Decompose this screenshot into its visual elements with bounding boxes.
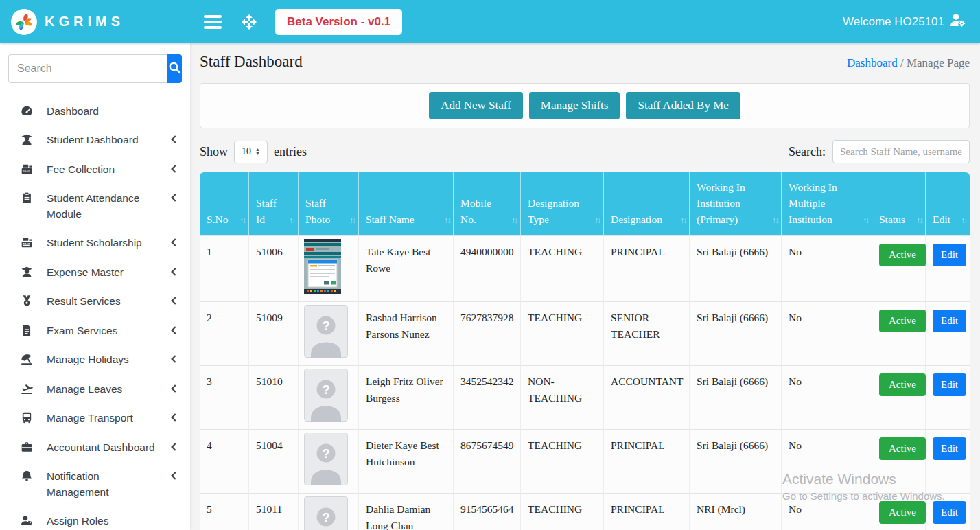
entries-label: entries [274,145,307,159]
column-header-staff-id[interactable]: Staff Id↑↓ [249,172,299,235]
column-header-designation-type[interactable]: Designation Type↑↓ [521,172,604,235]
status-active-button[interactable]: Active [879,373,926,396]
cell-designation-type: TEACHING [521,235,604,302]
edit-button[interactable]: Edit [933,310,966,332]
brand[interactable]: KGRIMS [0,9,190,35]
cell-staff-photo: ? [299,366,359,430]
cell-institution-primary: NRI (Mrcl) [690,494,782,530]
column-header-mobile-no-[interactable]: Mobile No.↑↓ [454,172,521,235]
sidebar-item-student-attendance-module[interactable]: Student Attendance Module [0,184,190,229]
cell-institution-primary: Sri Balaji (6666) [690,302,782,366]
sidebar-menu: Dashboard Student Dashboard Fee Collecti… [0,89,190,530]
status-active-button[interactable]: Active [879,501,926,524]
select-arrows-icon: ▲▼ [255,148,260,156]
sort-icon: ↑↓ [863,214,868,227]
sidebar-item-student-scholarship[interactable]: Student Scholarship [0,229,190,257]
sidebar-item-dashboard[interactable]: Dashboard [0,97,190,126]
table-search-input[interactable] [832,140,970,163]
breadcrumb-current: Manage Page [907,56,970,69]
chevron-left-icon [171,443,178,450]
sidebar-item-student-dashboard[interactable]: Student Dashboard [0,126,190,154]
chevron-left-icon [171,194,178,202]
cell-designation: PRINCIPAL [604,235,690,302]
sidebar-item-exam-services[interactable]: Exam Services [0,316,190,345]
staff-photo-thumbnail [304,239,341,294]
staff-photo-placeholder-icon: ? [304,496,348,530]
chevron-left-icon [171,165,178,172]
sort-icon: ↑↓ [444,214,450,227]
cell-multiple-institution: No [782,366,872,430]
show-label: Show [200,145,228,159]
cell-staff-name: Dieter Kaye Best Hutchinson [359,430,454,494]
sidebar-item-manage-leaves[interactable]: Manage Leaves [0,375,190,404]
cell-multiple-institution: No [782,494,872,530]
sidebar-item-fee-collection[interactable]: Fee Collection [0,155,190,184]
manage-shifts-button[interactable]: Manage Shifts [529,92,620,119]
cell-mobile: 4940000000 [454,235,521,302]
edit-button[interactable]: Edit [933,437,966,460]
entries-per-page-select[interactable]: 10 ▲▼ [234,141,268,163]
table-row: 4 51004 ? Dieter Kaye Best Hutchinson 86… [200,430,970,494]
column-header-s-no[interactable]: S.No↑↓ [200,172,249,235]
page-title: Staff Dashboard [200,53,303,71]
user-menu[interactable]: Welcome HO25101 [843,13,980,30]
cell-mobile: 3452542342 [454,366,521,430]
sidebar-item-accountant-dashboard[interactable]: Accountant Dashboard [0,433,190,462]
cell-staff-id: 51010 [249,366,299,430]
column-header-edit[interactable]: Edit↑↓ [926,172,970,235]
cell-sno: 1 [200,235,249,302]
sidebar-item-manage-holidays[interactable]: Manage Holidays [0,345,190,374]
sidebar-search-input[interactable] [8,54,167,83]
breadcrumb-dashboard-link[interactable]: Dashboard [847,56,898,69]
edit-button[interactable]: Edit [933,244,966,266]
cell-institution-primary: Sri Balaji (6666) [690,366,782,430]
column-header-status[interactable]: Status↑↓ [872,172,926,235]
cell-staff-name: Dahlia Damian Long Chan [359,494,454,530]
chevron-left-icon [171,239,178,246]
sort-icon: ↑↓ [289,214,294,227]
chevron-left-icon [171,326,178,334]
cell-multiple-institution: No [782,235,872,302]
cell-designation: ACCOUNTANT [604,366,690,430]
sort-icon: ↑↓ [594,214,600,227]
column-header-staff-name[interactable]: Staff Name↑↓ [359,172,454,235]
sidebar-item-assign-roles[interactable]: Assign Roles [0,507,190,530]
tachometer-icon [21,104,34,117]
sidebar-item-expense-master[interactable]: Expense Master [0,258,190,287]
sidebar-item-result-services[interactable]: Result Services [0,287,190,316]
user-gear-icon [950,13,966,30]
staff-photo-placeholder-icon: ? [304,433,348,485]
cell-designation-type: TEACHING [521,430,604,494]
chevron-left-icon [171,356,178,363]
edit-button[interactable]: Edit [933,373,966,396]
edit-button[interactable]: Edit [933,501,966,524]
chevron-left-icon [171,297,178,305]
fullscreen-expand-icon[interactable] [241,14,257,30]
column-header-staff-photo[interactable]: Staff Photo↑↓ [299,172,359,235]
status-active-button[interactable]: Active [879,244,926,266]
cash-register-icon [21,163,34,175]
cell-multiple-institution: No [782,430,872,494]
user-graduate-icon [21,266,34,278]
column-header-working-in-institution-primary-[interactable]: Working In Institution (Primary)↑↓ [690,172,782,235]
sidebar-item-notification-management[interactable]: Notification Management [0,462,190,507]
beta-version-button[interactable]: Beta Version - v0.1 [275,9,402,35]
cell-sno: 5 [200,494,249,530]
cell-designation: PRINCIPAL [604,494,690,530]
sort-icon: ↑↓ [240,214,245,227]
add-new-staff-button[interactable]: Add New Staff [429,92,523,119]
column-header-working-in-multiple-institution[interactable]: Working In Multiple Institution↑↓ [782,172,872,235]
cell-staff-photo: ? [299,494,359,530]
column-header-designation[interactable]: Designation↑↓ [604,172,690,235]
staff-added-by-me-button[interactable]: Staff Added By Me [626,92,740,119]
table-search-label: Search: [789,145,826,159]
medal-icon [21,295,34,307]
sidebar-search-button[interactable] [167,54,182,83]
status-active-button[interactable]: Active [879,437,926,460]
sidebar-item-manage-transport[interactable]: Manage Transport [0,404,190,433]
umbrella-beach-icon [21,353,34,365]
cell-designation-type: TEACHING [521,302,604,366]
status-active-button[interactable]: Active [879,310,926,332]
staff-photo-placeholder-icon: ? [304,305,348,358]
hamburger-menu-icon[interactable] [204,15,222,29]
